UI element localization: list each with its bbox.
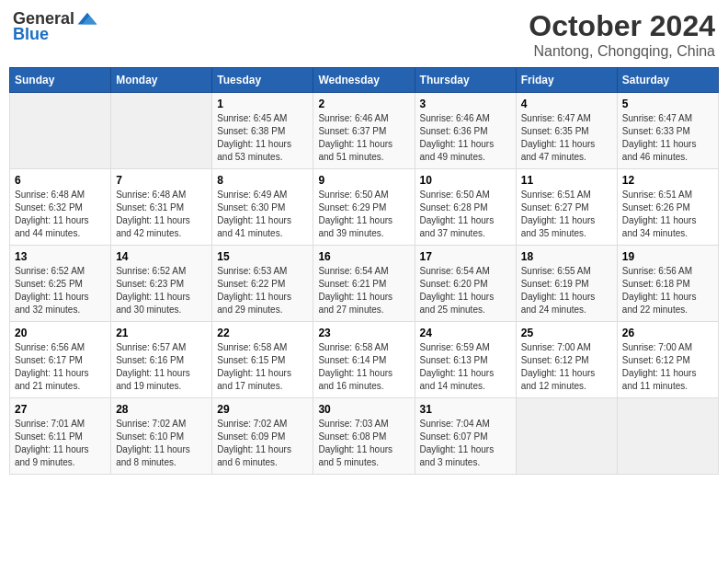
- calendar-cell: 18Sunrise: 6:55 AMSunset: 6:19 PMDayligh…: [516, 246, 617, 322]
- day-detail: Sunrise: 6:52 AMSunset: 6:25 PMDaylight:…: [15, 265, 106, 316]
- day-number: 12: [622, 174, 713, 187]
- logo-icon: [76, 11, 98, 28]
- calendar-cell: [516, 398, 617, 475]
- day-detail: Sunrise: 6:53 AMSunset: 6:22 PMDaylight:…: [217, 265, 308, 316]
- day-number: 1: [217, 98, 308, 110]
- calendar-cell: 17Sunrise: 6:54 AMSunset: 6:20 PMDayligh…: [415, 246, 516, 322]
- day-detail: Sunrise: 6:55 AMSunset: 6:19 PMDaylight:…: [521, 265, 612, 316]
- calendar-cell: [617, 398, 718, 475]
- day-detail: Sunrise: 6:50 AMSunset: 6:28 PMDaylight:…: [420, 189, 511, 240]
- day-detail: Sunrise: 6:54 AMSunset: 6:21 PMDaylight:…: [318, 265, 409, 316]
- calendar-cell: 4Sunrise: 6:47 AMSunset: 6:35 PMDaylight…: [516, 93, 617, 169]
- calendar-cell: 23Sunrise: 6:58 AMSunset: 6:14 PMDayligh…: [313, 322, 415, 398]
- day-number: 2: [318, 98, 409, 110]
- calendar-cell: 6Sunrise: 6:48 AMSunset: 6:32 PMDaylight…: [10, 169, 111, 246]
- calendar-table: SundayMondayTuesdayWednesdayThursdayFrid…: [9, 67, 719, 475]
- day-number: 4: [521, 98, 612, 110]
- calendar-cell: 10Sunrise: 6:50 AMSunset: 6:28 PMDayligh…: [415, 169, 516, 246]
- day-number: 14: [116, 250, 207, 263]
- day-number: 26: [622, 327, 713, 339]
- day-of-week-header: Thursday: [415, 68, 516, 93]
- location-title: Nantong, Chongqing, China: [529, 43, 715, 60]
- day-number: 3: [420, 98, 511, 110]
- calendar-cell: 3Sunrise: 6:46 AMSunset: 6:36 PMDaylight…: [415, 93, 516, 169]
- day-number: 6: [15, 174, 106, 187]
- day-detail: Sunrise: 7:00 AMSunset: 6:12 PMDaylight:…: [622, 341, 713, 393]
- day-number: 19: [622, 250, 713, 263]
- day-detail: Sunrise: 6:52 AMSunset: 6:23 PMDaylight:…: [116, 265, 207, 316]
- day-number: 8: [217, 174, 308, 187]
- day-number: 17: [420, 250, 511, 263]
- day-number: 11: [521, 174, 612, 187]
- calendar-cell: 19Sunrise: 6:56 AMSunset: 6:18 PMDayligh…: [617, 246, 718, 322]
- day-number: 24: [420, 327, 511, 339]
- calendar-cell: 28Sunrise: 7:02 AMSunset: 6:10 PMDayligh…: [111, 398, 212, 475]
- calendar-cell: 9Sunrise: 6:50 AMSunset: 6:29 PMDaylight…: [313, 169, 415, 246]
- calendar-cell: 14Sunrise: 6:52 AMSunset: 6:23 PMDayligh…: [111, 246, 212, 322]
- calendar-cell: 25Sunrise: 7:00 AMSunset: 6:12 PMDayligh…: [516, 322, 617, 398]
- day-number: 15: [217, 250, 308, 263]
- calendar-cell: 8Sunrise: 6:49 AMSunset: 6:30 PMDaylight…: [212, 169, 313, 246]
- day-detail: Sunrise: 6:58 AMSunset: 6:15 PMDaylight:…: [217, 341, 308, 393]
- day-detail: Sunrise: 6:56 AMSunset: 6:17 PMDaylight:…: [15, 341, 106, 393]
- day-detail: Sunrise: 6:46 AMSunset: 6:36 PMDaylight:…: [420, 112, 511, 164]
- calendar-cell: 22Sunrise: 6:58 AMSunset: 6:15 PMDayligh…: [212, 322, 313, 398]
- day-of-week-header: Tuesday: [212, 68, 313, 93]
- day-detail: Sunrise: 6:50 AMSunset: 6:29 PMDaylight:…: [318, 189, 409, 240]
- calendar-cell: 11Sunrise: 6:51 AMSunset: 6:27 PMDayligh…: [516, 169, 617, 246]
- calendar-cell: 2Sunrise: 6:46 AMSunset: 6:37 PMDaylight…: [313, 93, 415, 169]
- day-number: 30: [318, 403, 409, 416]
- day-of-week-header: Monday: [111, 68, 212, 93]
- calendar-cell: 5Sunrise: 6:47 AMSunset: 6:33 PMDaylight…: [617, 93, 718, 169]
- day-detail: Sunrise: 7:04 AMSunset: 6:07 PMDaylight:…: [420, 418, 511, 469]
- day-of-week-header: Friday: [516, 68, 617, 93]
- calendar-cell: 15Sunrise: 6:53 AMSunset: 6:22 PMDayligh…: [212, 246, 313, 322]
- day-detail: Sunrise: 6:54 AMSunset: 6:20 PMDaylight:…: [420, 265, 511, 316]
- calendar-cell: 30Sunrise: 7:03 AMSunset: 6:08 PMDayligh…: [313, 398, 415, 475]
- day-number: 27: [15, 403, 106, 416]
- day-number: 7: [116, 174, 207, 187]
- calendar-cell: 31Sunrise: 7:04 AMSunset: 6:07 PMDayligh…: [415, 398, 516, 475]
- day-number: 28: [116, 403, 207, 416]
- day-number: 31: [420, 403, 511, 416]
- title-section: October 2024 Nantong, Chongqing, China: [529, 9, 715, 60]
- day-detail: Sunrise: 7:01 AMSunset: 6:11 PMDaylight:…: [15, 418, 106, 469]
- day-detail: Sunrise: 7:03 AMSunset: 6:08 PMDaylight:…: [318, 418, 409, 469]
- day-detail: Sunrise: 6:56 AMSunset: 6:18 PMDaylight:…: [622, 265, 713, 316]
- day-detail: Sunrise: 6:47 AMSunset: 6:33 PMDaylight:…: [622, 112, 713, 164]
- calendar-cell: [111, 93, 212, 169]
- calendar-cell: 16Sunrise: 6:54 AMSunset: 6:21 PMDayligh…: [313, 246, 415, 322]
- day-number: 10: [420, 174, 511, 187]
- day-detail: Sunrise: 6:48 AMSunset: 6:32 PMDaylight:…: [15, 189, 106, 240]
- day-detail: Sunrise: 6:57 AMSunset: 6:16 PMDaylight:…: [116, 341, 207, 393]
- month-title: October 2024: [529, 9, 715, 43]
- day-number: 25: [521, 327, 612, 339]
- day-detail: Sunrise: 6:51 AMSunset: 6:27 PMDaylight:…: [521, 189, 612, 240]
- day-detail: Sunrise: 6:58 AMSunset: 6:14 PMDaylight:…: [318, 341, 409, 393]
- day-number: 21: [116, 327, 207, 339]
- day-detail: Sunrise: 6:48 AMSunset: 6:31 PMDaylight:…: [116, 189, 207, 240]
- day-detail: Sunrise: 7:02 AMSunset: 6:09 PMDaylight:…: [217, 418, 308, 469]
- day-number: 5: [622, 98, 713, 110]
- calendar-cell: 1Sunrise: 6:45 AMSunset: 6:38 PMDaylight…: [212, 93, 313, 169]
- day-number: 22: [217, 327, 308, 339]
- day-of-week-header: Sunday: [10, 68, 111, 93]
- calendar-cell: 27Sunrise: 7:01 AMSunset: 6:11 PMDayligh…: [10, 398, 111, 475]
- day-number: 13: [15, 250, 106, 263]
- day-of-week-header: Saturday: [617, 68, 718, 93]
- calendar-cell: [10, 93, 111, 169]
- calendar-cell: 29Sunrise: 7:02 AMSunset: 6:09 PMDayligh…: [212, 398, 313, 475]
- calendar-cell: 24Sunrise: 6:59 AMSunset: 6:13 PMDayligh…: [415, 322, 516, 398]
- calendar-cell: 7Sunrise: 6:48 AMSunset: 6:31 PMDaylight…: [111, 169, 212, 246]
- day-number: 23: [318, 327, 409, 339]
- day-number: 29: [217, 403, 308, 416]
- day-number: 20: [15, 327, 106, 339]
- day-detail: Sunrise: 6:47 AMSunset: 6:35 PMDaylight:…: [521, 112, 612, 164]
- day-detail: Sunrise: 7:02 AMSunset: 6:10 PMDaylight:…: [116, 418, 207, 469]
- day-number: 16: [318, 250, 409, 263]
- day-detail: Sunrise: 6:49 AMSunset: 6:30 PMDaylight:…: [217, 189, 308, 240]
- calendar-cell: 26Sunrise: 7:00 AMSunset: 6:12 PMDayligh…: [617, 322, 718, 398]
- day-of-week-header: Wednesday: [313, 68, 415, 93]
- page-header: General Blue October 2024 Nantong, Chong…: [9, 9, 719, 60]
- logo-text-blue: Blue: [13, 25, 49, 44]
